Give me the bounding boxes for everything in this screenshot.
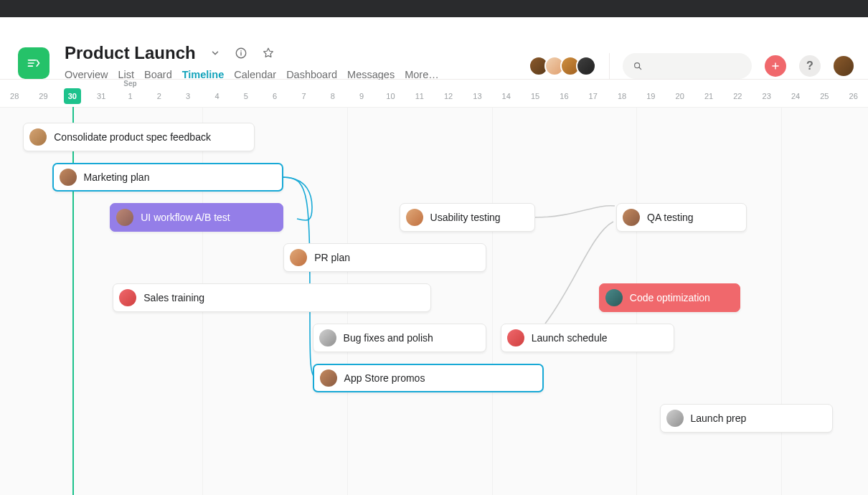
day-number: 10	[382, 88, 399, 104]
day-column[interactable]: 22	[723, 80, 752, 107]
task-bar[interactable]: UI workflow A/B test	[110, 203, 283, 232]
day-column[interactable]: 20	[666, 80, 694, 107]
day-column[interactable]: 11	[405, 80, 434, 107]
project-dropdown[interactable]	[210, 48, 220, 58]
project-info[interactable]	[235, 47, 247, 60]
day-column[interactable]: 14	[492, 80, 521, 107]
task-bar[interactable]: Marketing plan	[52, 163, 284, 192]
task-title: Launch prep	[691, 412, 747, 424]
day-number: 18	[613, 88, 631, 104]
project-glyph-icon	[27, 56, 41, 70]
day-number: 13	[468, 88, 486, 104]
day-column[interactable]: 13	[463, 80, 491, 107]
chevron-down-icon	[210, 48, 220, 58]
info-icon	[235, 47, 247, 60]
day-number: 3	[181, 88, 194, 104]
assignee-avatar	[406, 209, 423, 226]
day-column[interactable]: 12	[434, 80, 463, 107]
day-column[interactable]: 10	[376, 80, 405, 107]
day-column[interactable]: 9	[347, 80, 376, 107]
day-column[interactable]: 2	[145, 80, 174, 107]
search-input[interactable]	[623, 53, 752, 79]
user-avatar[interactable]	[834, 56, 854, 76]
task-title: Marketing plan	[84, 171, 150, 183]
project-icon[interactable]	[18, 47, 49, 79]
task-bar[interactable]: Launch schedule	[501, 324, 674, 352]
day-column[interactable]: 5	[232, 80, 260, 107]
day-column[interactable]: 7	[289, 80, 318, 107]
task-title: Bug fixes and polish	[344, 332, 433, 344]
assignee-avatar	[29, 128, 47, 146]
timeline-body[interactable]: Consolidate product spec feedbackMarketi…	[0, 107, 868, 495]
task-bar[interactable]: Sales training	[113, 283, 431, 312]
grid-line	[781, 107, 782, 495]
task-bar[interactable]: Bug fixes and polish	[313, 324, 486, 352]
day-number: 23	[758, 88, 775, 104]
day-number: 28	[6, 88, 23, 104]
assignee-avatar	[320, 369, 337, 387]
day-column[interactable]: 26	[839, 80, 868, 107]
day-number: 12	[440, 88, 457, 104]
task-bar[interactable]: Code optimization	[599, 283, 741, 312]
task-bar[interactable]: Usability testing	[400, 203, 536, 232]
day-column[interactable]: Sep1	[115, 80, 144, 107]
day-column[interactable]: 23	[753, 80, 781, 107]
member-avatars[interactable]	[533, 56, 596, 76]
day-number: 25	[816, 88, 833, 104]
day-column[interactable]: 15	[521, 80, 549, 107]
day-number: 31	[93, 88, 110, 104]
day-number: 16	[555, 88, 572, 104]
task-bar[interactable]: QA testing	[616, 203, 746, 232]
day-column[interactable]: 6	[260, 80, 289, 107]
day-column[interactable]: 16	[549, 80, 578, 107]
help-button[interactable]: ?	[799, 55, 821, 77]
task-bar[interactable]: Launch prep	[660, 404, 834, 433]
day-column[interactable]: 29	[29, 80, 57, 107]
day-column[interactable]: 19	[636, 80, 665, 107]
task-bar[interactable]: PR plan	[283, 243, 486, 272]
assignee-avatar	[507, 329, 524, 346]
day-column[interactable]: 17	[579, 80, 608, 107]
assignee-avatar	[119, 289, 136, 306]
project-title[interactable]: Product Launch	[65, 43, 196, 63]
avatar	[576, 56, 596, 76]
day-column[interactable]: 18	[608, 80, 636, 107]
project-favorite[interactable]	[262, 47, 275, 60]
day-number: 5	[240, 88, 253, 104]
task-title: Consolidate product spec feedback	[54, 131, 211, 143]
task-bar[interactable]: Consolidate product spec feedback	[23, 123, 255, 151]
day-column[interactable]: 25	[810, 80, 839, 107]
day-column[interactable]: 24	[781, 80, 810, 107]
day-number: 17	[585, 88, 602, 104]
assignee-avatar	[666, 410, 684, 427]
day-column[interactable]: 28	[0, 80, 29, 107]
assignee-avatar	[290, 249, 307, 266]
task-bar[interactable]: App Store promos	[313, 364, 544, 392]
day-number: 15	[527, 88, 544, 104]
task-title: Code optimization	[630, 292, 710, 303]
day-column[interactable]: 4	[202, 80, 231, 107]
day-number: 21	[700, 88, 717, 104]
day-number: 6	[268, 88, 281, 104]
day-column[interactable]: 8	[319, 80, 347, 107]
grid-line	[492, 107, 493, 495]
day-number: 7	[297, 88, 310, 104]
assignee-avatar	[319, 329, 336, 346]
day-number: 29	[34, 88, 52, 104]
star-icon	[262, 47, 275, 60]
plus-icon	[770, 61, 780, 71]
day-column[interactable]: 31	[87, 80, 115, 107]
task-title: UI workflow A/B test	[141, 212, 230, 223]
day-column[interactable]: 30	[58, 80, 87, 107]
task-title: Usability testing	[430, 212, 501, 223]
day-number: 1	[123, 88, 136, 104]
day-header: 28293031Sep12345678910111213141516171819…	[0, 80, 868, 108]
task-title: Launch schedule	[532, 332, 608, 344]
day-column[interactable]: 21	[694, 80, 723, 107]
day-number: 22	[729, 88, 746, 104]
timeline-view[interactable]: 28293031Sep12345678910111213141516171819…	[0, 80, 868, 495]
assignee-avatar	[605, 289, 623, 306]
day-column[interactable]: 3	[174, 80, 202, 107]
add-button[interactable]	[765, 55, 786, 77]
month-label: Sep	[115, 80, 144, 88]
